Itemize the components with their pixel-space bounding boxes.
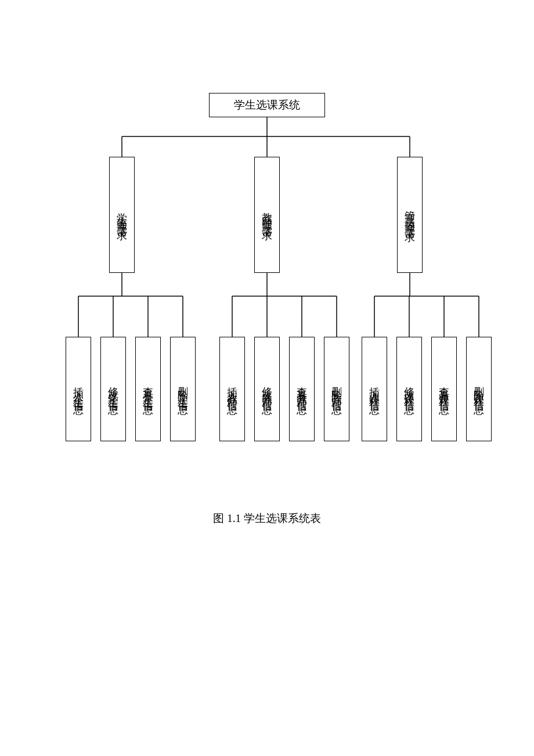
- leaf-node: 插入教师信息: [219, 337, 245, 441]
- figure-caption: 图 1.1 学生选课系统表: [0, 511, 534, 526]
- leaf-node: 删除学生信息: [170, 337, 196, 441]
- mid-node-admin: 管理员管理需求: [397, 157, 423, 273]
- leaf-node: 查看学生信息: [135, 337, 161, 441]
- leaf-node: 修改课程信息: [396, 337, 422, 441]
- mid-node-teacher: 教师管理需求: [254, 157, 280, 273]
- root-node: 学生选课系统: [209, 93, 325, 117]
- leaf-node: 插入学生信息: [66, 337, 91, 441]
- leaf-node: 插入课程信息: [362, 337, 387, 441]
- leaf-node: 修改学生信息: [100, 337, 126, 441]
- leaf-node: 删除课程信息: [466, 337, 492, 441]
- leaf-node: 查看课程信息: [431, 337, 457, 441]
- leaf-node: 删除教师信息: [324, 337, 349, 441]
- leaf-node: 修改教师信息: [254, 337, 280, 441]
- mid-node-student: 学生管理需求: [109, 157, 135, 273]
- leaf-node: 查看教师信息: [289, 337, 315, 441]
